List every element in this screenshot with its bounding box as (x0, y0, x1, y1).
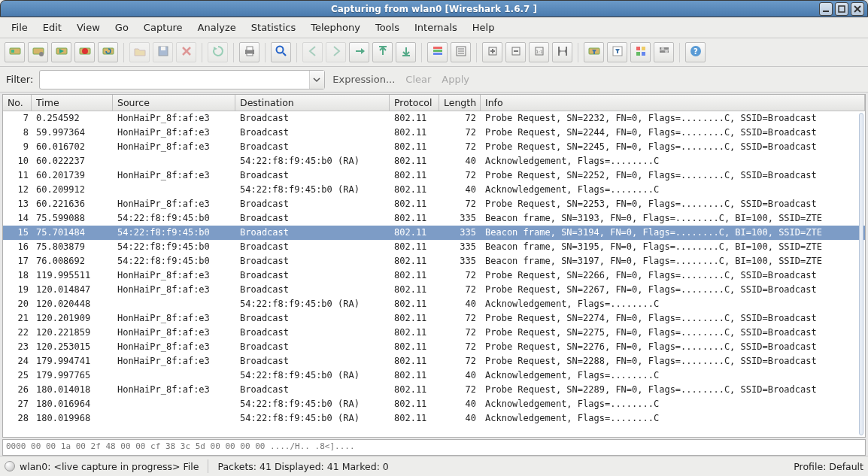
cell-src (113, 411, 235, 426)
col-header-length[interactable]: Length (439, 95, 481, 111)
cell-proto: 802.11 (390, 283, 439, 297)
cell-dst: 54:22:f8:f9:45:b0 (RA) (235, 368, 390, 383)
toolbar-display-filters-button[interactable] (607, 42, 627, 62)
cell-dst: 54:22:f8:f9:45:b0 (RA) (235, 154, 390, 168)
toolbar-stop-button[interactable] (74, 42, 95, 62)
packet-row[interactable]: 70.254592HonHaiPr_8f:af:e3Broadcast802.1… (3, 111, 865, 126)
cell-src: 54:22:f8:f9:45:b0 (113, 211, 235, 226)
cell-time: 179.997765 (32, 368, 113, 383)
cell-no: 14 (3, 211, 32, 226)
packet-row[interactable]: 28180.01996854:22:f8:f9:45:b0 (RA)802.11… (3, 411, 865, 426)
filter-combo[interactable] (39, 70, 325, 89)
menu-file[interactable]: File (5, 20, 35, 35)
toolbar-separator (123, 43, 124, 62)
cell-len: 335 (439, 240, 481, 254)
toolbar-zoom-100-button[interactable]: 1:1 (529, 42, 549, 62)
filter-input[interactable] (40, 71, 308, 89)
vertical-scrollbar[interactable] (859, 113, 863, 435)
packet-row[interactable]: 1060.02223754:22:f8:f9:45:b0 (RA)802.114… (3, 154, 865, 168)
menu-telephony[interactable]: Telephony (304, 20, 367, 35)
filter-dropdown-arrow[interactable] (309, 71, 325, 89)
packet-row[interactable]: 1160.201739HonHaiPr_8f:af:e3Broadcast802… (3, 168, 865, 183)
toolbar-coloring-rules-button[interactable] (630, 42, 651, 62)
toolbar-auto-scroll-button[interactable] (451, 42, 471, 62)
menu-help[interactable]: Help (466, 20, 502, 35)
toolbar-print-button[interactable] (239, 42, 259, 62)
menu-edit[interactable]: Edit (36, 20, 68, 35)
menu-go[interactable]: Go (108, 20, 135, 35)
packet-row[interactable]: 1575.70148454:22:f8:f9:45:b0Broadcast802… (3, 226, 865, 240)
packet-row[interactable]: 20120.02044854:22:f8:f9:45:b0 (RA)802.11… (3, 297, 865, 311)
packet-row[interactable]: 1360.221636HonHaiPr_8f:af:e3Broadcast802… (3, 197, 865, 211)
packet-row[interactable]: 1475.59908854:22:f8:f9:45:b0Broadcast802… (3, 211, 865, 226)
packet-row[interactable]: 1675.80387954:22:f8:f9:45:b0Broadcast802… (3, 240, 865, 254)
toolbar-reload-button (208, 42, 228, 62)
col-header-no[interactable]: No. (3, 95, 32, 111)
status-profile[interactable]: Profile: Default (794, 461, 863, 472)
col-header-info[interactable]: Info (481, 95, 865, 111)
cell-dst: 54:22:f8:f9:45:b0 (RA) (235, 297, 390, 311)
cell-no: 21 (3, 311, 32, 326)
packet-row[interactable]: 22120.221859HonHaiPr_8f:af:e3Broadcast80… (3, 326, 865, 340)
toolbar-preferences-button[interactable] (654, 42, 674, 62)
svg-rect-28 (433, 53, 442, 55)
col-header-proto[interactable]: Protocol (390, 95, 439, 111)
toolbar-help-button[interactable]: ? (685, 42, 706, 62)
packet-row[interactable]: 27180.01696454:22:f8:f9:45:b0 (RA)802.11… (3, 397, 865, 411)
toolbar-zoom-in-button[interactable] (482, 42, 502, 62)
packet-row[interactable]: 1260.20991254:22:f8:f9:45:b0 (RA)802.114… (3, 183, 865, 197)
filter-expression-link[interactable]: Expression... (332, 74, 395, 85)
toolbar-go-to-button[interactable] (349, 42, 369, 62)
toolbar-restart-button[interactable] (98, 42, 118, 62)
svg-marker-17 (214, 47, 217, 50)
cell-proto: 802.11 (390, 226, 439, 240)
toolbar-find-button[interactable] (271, 42, 291, 62)
cell-time: 120.201909 (32, 311, 113, 326)
filter-clear-link[interactable]: Clear (405, 74, 431, 85)
packet-row[interactable]: 25179.99776554:22:f8:f9:45:b0 (RA)802.11… (3, 368, 865, 383)
cell-time: 119.995511 (32, 268, 113, 283)
packet-list-body[interactable]: 70.254592HonHaiPr_8f:af:e3Broadcast802.1… (3, 111, 865, 437)
window-maximize-button[interactable] (835, 2, 848, 16)
toolbar-start-button[interactable] (51, 42, 71, 62)
toolbar-go-last-button[interactable] (396, 42, 416, 62)
cell-time: 120.221859 (32, 326, 113, 340)
menu-view[interactable]: View (70, 20, 107, 35)
packet-row[interactable]: 960.016702HonHaiPr_8f:af:e3Broadcast802.… (3, 140, 865, 154)
packet-row[interactable]: 23120.253015HonHaiPr_8f:af:e3Broadcast80… (3, 340, 865, 354)
display-filters-icon (611, 44, 624, 60)
toolbar-interfaces-button[interactable] (5, 42, 25, 62)
menu-capture[interactable]: Capture (137, 20, 190, 35)
menu-analyze[interactable]: Analyze (191, 20, 243, 35)
cell-dst: Broadcast (235, 140, 390, 154)
svg-point-53 (661, 47, 664, 50)
window-close-button[interactable] (851, 2, 864, 16)
window-minimize-button[interactable] (819, 2, 833, 16)
packet-row[interactable]: 18119.995511HonHaiPr_8f:af:e3Broadcast80… (3, 268, 865, 283)
toolbar-go-first-button[interactable] (372, 42, 393, 62)
packet-row[interactable]: 26180.014018HonHaiPr_8f:af:e3Broadcast80… (3, 383, 865, 397)
menu-tools[interactable]: Tools (369, 20, 406, 35)
col-header-dest[interactable]: Destination (235, 95, 390, 111)
toolbar-capture-options-button[interactable] (28, 42, 48, 62)
menu-internals[interactable]: Internals (408, 20, 464, 35)
col-header-source[interactable]: Source (113, 95, 235, 111)
cell-len: 72 (439, 283, 481, 297)
menu-statistics[interactable]: Statistics (244, 20, 302, 35)
packet-row[interactable]: 19120.014847HonHaiPr_8f:af:e3Broadcast80… (3, 283, 865, 297)
toolbar-zoom-out-button[interactable] (505, 42, 526, 62)
svg-rect-19 (247, 47, 253, 50)
packet-row[interactable]: 24179.994741HonHaiPr_8f:af:e3Broadcast80… (3, 354, 865, 368)
packet-row[interactable]: 21120.201909HonHaiPr_8f:af:e3Broadcast80… (3, 311, 865, 326)
cell-info: Probe Request, SN=2253, FN=0, Flags=....… (481, 197, 865, 211)
svg-text:?: ? (693, 47, 698, 56)
col-header-time[interactable]: Time (32, 95, 113, 111)
filter-apply-link[interactable]: Apply (442, 74, 469, 85)
toolbar-resize-cols-button[interactable] (552, 42, 572, 62)
packet-row[interactable]: 1776.00869254:22:f8:f9:45:b0Broadcast802… (3, 254, 865, 268)
cell-info: Acknowledgement, Flags=........C (481, 368, 865, 383)
packet-row[interactable]: 859.997364HonHaiPr_8f:af:e3Broadcast802.… (3, 126, 865, 140)
hex-pane[interactable]: 0000 00 00 1a 00 2f 48 00 00 cf 38 3c 5d… (2, 439, 866, 456)
toolbar-capture-filters-button[interactable] (584, 42, 604, 62)
toolbar-colorize-button[interactable] (427, 42, 448, 62)
